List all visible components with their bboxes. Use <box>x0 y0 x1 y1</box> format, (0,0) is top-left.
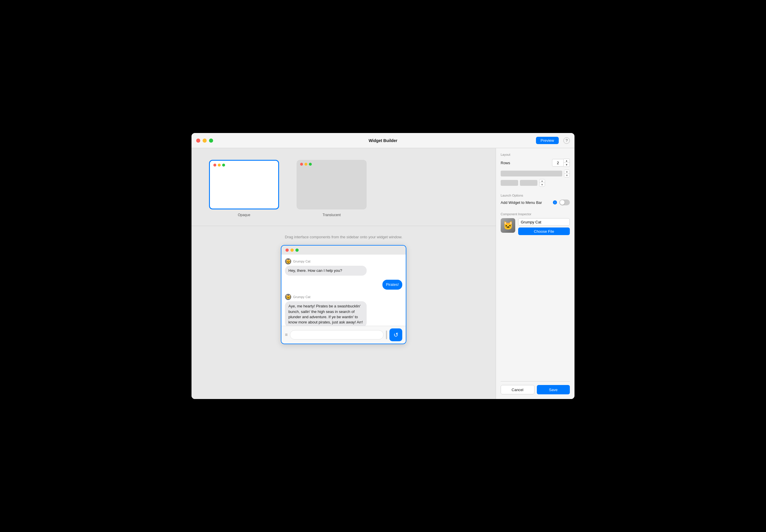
rows-label: Rows <box>501 161 550 165</box>
component-inspector-section: Component Inspector 🐱 Choose File <box>501 212 570 235</box>
chat-messages: Grumpy Cat Hey, there. How can I help yo… <box>282 255 406 326</box>
choose-file-button[interactable]: Choose File <box>518 227 570 235</box>
drag-hint: Drag interface components from the sideb… <box>285 235 403 239</box>
sender-name: Grumpy Cat <box>293 260 310 263</box>
inspector-content: 🐱 Choose File <box>501 218 570 235</box>
sender-label: Grumpy Cat <box>285 258 402 265</box>
sender-name-2: Grumpy Cat <box>293 295 310 299</box>
info-badge-icon: i <box>553 200 557 204</box>
message-bubble-3: Aye, me hearty! Pirates be a swashbuckli… <box>285 301 367 326</box>
minimize-button[interactable] <box>203 139 207 143</box>
menu-bar-toggle[interactable] <box>559 199 570 205</box>
row-config: ▲ ▼ ▲ ▼ <box>501 170 570 187</box>
add-widget-row: Add Widget to Menu Bar i <box>501 199 570 205</box>
help-button[interactable]: ? <box>563 137 570 144</box>
chat-fullscreen-icon <box>296 249 299 252</box>
scroll-indicator <box>386 330 387 339</box>
content-area: Opaque Translucent Drag interf <box>192 148 496 399</box>
mini-close-icon <box>214 164 216 167</box>
message-bubble-2: Pirates! <box>382 280 402 290</box>
message-3: Grumpy Cat Aye, me hearty! Pirates be a … <box>285 294 402 326</box>
fullscreen-button[interactable] <box>209 139 213 143</box>
sidebar-spacer <box>501 241 570 381</box>
chat-window: Grumpy Cat Hey, there. How can I help yo… <box>281 245 406 344</box>
mini-fullscreen-icon <box>309 163 312 166</box>
message-2-row: Pirates! <box>285 280 402 290</box>
add-widget-label: Add Widget to Menu Bar <box>501 200 550 205</box>
preview-button[interactable]: Preview <box>536 137 559 144</box>
stepper-buttons: ▲ ▼ <box>564 159 570 167</box>
cancel-button[interactable]: Cancel <box>501 385 534 394</box>
opaque-preview[interactable] <box>209 160 279 209</box>
row-stepper-1[interactable]: ▲ ▼ <box>564 170 570 177</box>
stepper-up-button[interactable]: ▲ <box>564 159 569 163</box>
rows-row: Rows 2 ▲ ▼ <box>501 159 570 167</box>
translucent-option[interactable]: Translucent <box>297 160 367 217</box>
send-button[interactable]: ↺ <box>389 328 402 341</box>
layout-title: Layout <box>501 153 570 156</box>
row-bar-2b <box>520 180 537 186</box>
rows-stepper[interactable]: 2 ▲ ▼ <box>552 159 570 167</box>
widget-selector: Opaque Translucent <box>192 148 496 226</box>
row-stepper-2-down[interactable]: ▼ <box>539 183 545 186</box>
component-inspector-title: Component Inspector <box>501 212 570 216</box>
main-window: Widget Builder Preview ? Opaque <box>192 133 574 399</box>
row-stepper-2[interactable]: ▲ ▼ <box>539 179 545 187</box>
stepper-down-button[interactable]: ▼ <box>564 163 569 167</box>
launch-options-title: Launch Options <box>501 194 570 197</box>
chat-minimize-icon <box>291 249 294 252</box>
translucent-label: Translucent <box>323 213 341 217</box>
sender-label-2: Grumpy Cat <box>285 294 402 300</box>
mini-minimize-icon <box>218 164 221 167</box>
row-bar-2a <box>501 180 518 186</box>
opaque-option[interactable]: Opaque <box>209 160 279 217</box>
mini-close-icon <box>300 163 303 166</box>
sidebar-footer: Cancel Save <box>501 381 570 394</box>
row-stepper-2-up[interactable]: ▲ <box>539 179 545 183</box>
launch-options-section: Launch Options Add Widget to Menu Bar i <box>501 194 570 205</box>
sender-avatar <box>285 258 291 265</box>
opaque-label: Opaque <box>238 213 251 217</box>
mini-minimize-icon <box>305 163 307 166</box>
row-bar-1 <box>501 171 562 176</box>
message-bubble-1: Hey, there. How can I help you? <box>285 266 367 276</box>
title-bar: Widget Builder Preview ? <box>192 133 574 148</box>
row-config-1: ▲ ▼ <box>501 170 570 177</box>
translucent-preview[interactable] <box>297 160 367 209</box>
translucent-traffic-lights <box>297 160 367 169</box>
opaque-traffic-lights <box>210 161 278 169</box>
layout-section: Layout Rows 2 ▲ ▼ ▲ <box>501 153 570 187</box>
row-stepper-1-down[interactable]: ▼ <box>564 174 569 177</box>
drag-area: Drag interface components from the sideb… <box>192 226 496 399</box>
row-config-2: ▲ ▼ <box>501 179 570 187</box>
chat-close-icon <box>286 249 289 252</box>
component-name-input[interactable] <box>518 218 570 226</box>
chat-input-bar: ≡ ↺ <box>282 326 406 344</box>
close-button[interactable] <box>196 139 200 143</box>
mini-fullscreen-icon <box>222 164 225 167</box>
main-layout: Opaque Translucent Drag interf <box>192 148 574 399</box>
component-avatar: 🐱 <box>501 218 515 233</box>
message-1: Grumpy Cat Hey, there. How can I help yo… <box>285 258 402 276</box>
row-stepper-1-up[interactable]: ▲ <box>564 170 569 174</box>
rows-value: 2 <box>552 159 564 167</box>
chat-title-bar <box>282 246 406 255</box>
window-title: Widget Builder <box>369 138 398 143</box>
inspector-fields: Choose File <box>518 218 570 235</box>
traffic-lights <box>196 139 213 143</box>
sender-avatar-2 <box>285 294 291 300</box>
list-icon: ≡ <box>285 332 288 337</box>
save-button[interactable]: Save <box>537 385 570 394</box>
chat-input[interactable] <box>290 330 384 339</box>
right-sidebar: Layout Rows 2 ▲ ▼ ▲ <box>496 148 574 399</box>
